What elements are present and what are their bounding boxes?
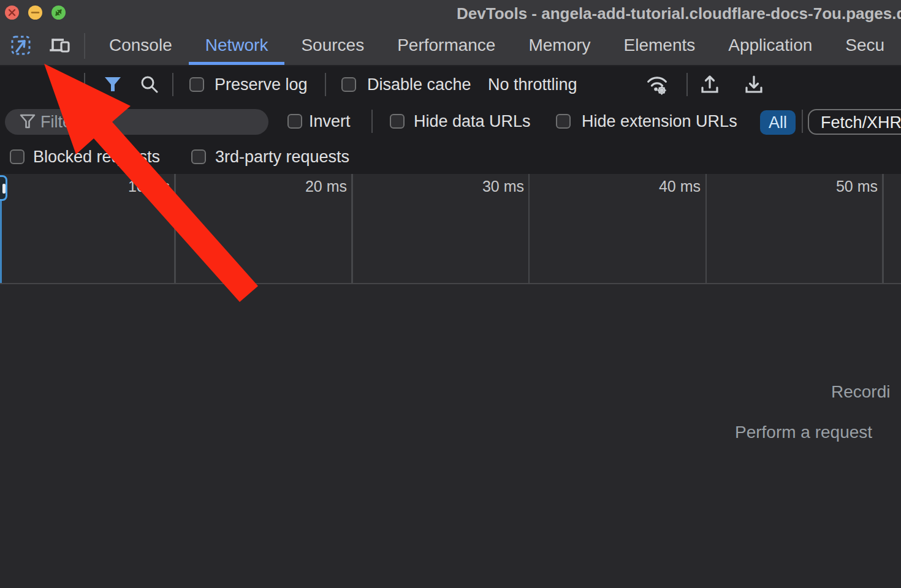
toolbar-separator bbox=[325, 73, 326, 96]
toolbar-separator bbox=[172, 73, 173, 96]
search-icon[interactable] bbox=[137, 72, 162, 97]
device-toolbar-icon[interactable] bbox=[48, 33, 72, 58]
export-har-icon[interactable] bbox=[742, 72, 766, 97]
request-type-fetch-xhr-pill[interactable]: Fetch/XHR bbox=[808, 109, 901, 135]
panel-tab[interactable]: Network bbox=[189, 26, 285, 65]
zoom-icon[interactable] bbox=[51, 6, 66, 20]
panel-tab[interactable]: Sources bbox=[284, 26, 381, 65]
toolbar-separator bbox=[802, 110, 803, 133]
invert-checkbox[interactable] bbox=[287, 114, 302, 129]
panel-tab[interactable]: Application bbox=[712, 26, 829, 65]
inspect-cursor-icon[interactable] bbox=[9, 33, 33, 58]
timeline-tick-label: 30 ms bbox=[450, 178, 524, 195]
toolbar-separator bbox=[84, 73, 85, 96]
network-filter-row: Invert Hide data URLs Hide extension URL… bbox=[0, 103, 901, 140]
overview-drag-handle[interactable] bbox=[0, 175, 7, 201]
panel-tab[interactable]: Performance bbox=[381, 26, 512, 65]
throttling-select[interactable]: No throttling bbox=[488, 66, 577, 103]
hide-extension-urls-checkbox[interactable] bbox=[556, 114, 571, 129]
hide-data-urls-checkbox[interactable] bbox=[390, 114, 405, 129]
network-overview-timeline[interactable]: 10 ms20 ms30 ms40 ms50 ms bbox=[0, 174, 901, 284]
devtools-tabbar: ConsoleNetworkSourcesPerformanceMemoryEl… bbox=[0, 26, 901, 66]
request-type-all-pill[interactable]: All bbox=[760, 110, 796, 135]
toolbar-separator bbox=[686, 73, 688, 96]
timeline-tick-label: 10 ms bbox=[96, 178, 170, 195]
overview-handle-line bbox=[0, 201, 2, 283]
disable-cache-checkbox[interactable] bbox=[341, 77, 356, 92]
disable-cache-label[interactable]: Disable cache bbox=[367, 66, 471, 103]
preserve-log-label[interactable]: Preserve log bbox=[215, 66, 308, 103]
timeline-tick-label: 40 ms bbox=[627, 178, 701, 195]
network-conditions-icon[interactable] bbox=[645, 72, 669, 97]
network-requests-area: Recordi Perform a request bbox=[0, 284, 901, 572]
close-icon[interactable] bbox=[5, 6, 19, 20]
network-toolbar: Preserve log Disable cache No throttling bbox=[0, 66, 901, 103]
preserve-log-checkbox[interactable] bbox=[189, 77, 204, 92]
empty-state-hint-text: Perform a request bbox=[735, 423, 872, 442]
import-har-icon[interactable] bbox=[698, 72, 722, 97]
panel-tab[interactable]: Console bbox=[93, 26, 189, 65]
filter-input[interactable] bbox=[5, 109, 268, 135]
third-party-requests-label[interactable]: 3rd-party requests bbox=[215, 140, 349, 174]
panel-tab[interactable]: Elements bbox=[607, 26, 712, 65]
blocked-requests-checkbox[interactable] bbox=[10, 149, 25, 164]
toolbar-separator bbox=[84, 33, 85, 59]
empty-state-recording-text: Recordi bbox=[831, 382, 890, 402]
hide-extension-urls-label[interactable]: Hide extension URLs bbox=[582, 103, 737, 140]
minimize-icon[interactable] bbox=[28, 6, 42, 20]
window-title: DevTools - angela-add-tutorial.cloudflar… bbox=[457, 0, 901, 26]
blocked-requests-label[interactable]: Blocked requests bbox=[33, 140, 160, 174]
third-party-requests-checkbox[interactable] bbox=[191, 149, 206, 164]
timeline-tick-label: 20 ms bbox=[273, 178, 347, 195]
panel-tab[interactable]: Secu bbox=[829, 26, 901, 65]
hide-data-urls-label[interactable]: Hide data URLs bbox=[414, 103, 531, 140]
network-filter-row-2: Blocked requests 3rd-party requests bbox=[0, 140, 901, 174]
invert-label[interactable]: Invert bbox=[309, 103, 351, 140]
filter-funnel-icon[interactable] bbox=[101, 72, 125, 97]
timeline-tick-label: 50 ms bbox=[804, 178, 878, 195]
toolbar-separator bbox=[371, 110, 373, 133]
panel-tab[interactable]: Memory bbox=[512, 26, 607, 65]
panel-tabs: ConsoleNetworkSourcesPerformanceMemoryEl… bbox=[93, 26, 901, 65]
devtools-window: DevTools - angela-add-tutorial.cloudflar… bbox=[0, 0, 901, 588]
titlebar: DevTools - angela-add-tutorial.cloudflar… bbox=[0, 0, 901, 26]
